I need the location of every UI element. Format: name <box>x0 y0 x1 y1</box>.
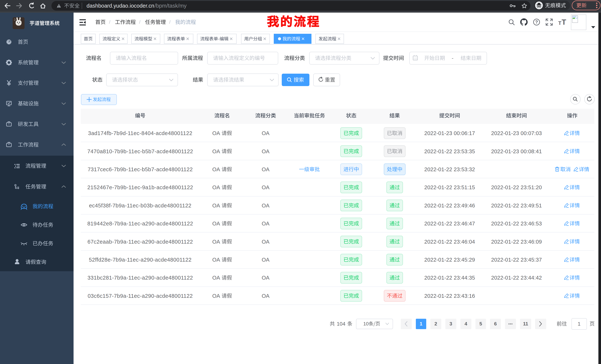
svg-text:ec45f38f-7b9a-11ec-b03b-acde48: ec45f38f-7b9a-11ec-b03b-acde48001122 <box>89 203 191 209</box>
svg-text:/bpm/task/my: /bpm/task/my <box>155 3 187 9</box>
svg-text:OA: OA <box>262 220 270 227</box>
svg-text:2022-01-22 23:46:47: 2022-01-22 23:46:47 <box>424 220 475 227</box>
svg-text:2022-01-22 23:53:35: 2022-01-22 23:53:35 <box>424 148 475 154</box>
svg-text:OA: OA <box>262 239 270 245</box>
svg-text:OA: OA <box>212 184 220 190</box>
svg-text:OA: OA <box>212 293 220 299</box>
svg-text:3: 3 <box>450 321 452 326</box>
svg-text:6: 6 <box>494 321 497 326</box>
svg-text:OA: OA <box>212 257 220 263</box>
svg-text:OA: OA <box>262 275 270 281</box>
svg-text:/: / <box>109 19 110 25</box>
svg-text:2022-01-22 23:53:32: 2022-01-22 23:53:32 <box>424 166 475 172</box>
svg-text:11: 11 <box>523 321 528 326</box>
svg-text:104: 104 <box>337 321 345 327</box>
svg-text:2022-01-22 23:49:51: 2022-01-22 23:49:51 <box>491 203 542 209</box>
svg-text:2022-01-22 23:46:53: 2022-01-22 23:46:53 <box>491 220 542 227</box>
svg-text:2022-01-22 23:45:37: 2022-01-22 23:45:37 <box>491 257 542 263</box>
svg-text:OA: OA <box>262 184 270 190</box>
svg-text:OA: OA <box>212 148 220 154</box>
svg-text:67c2eaab-7b9a-11ec-a290-acde48: 67c2eaab-7b9a-11ec-a290-acde48001122 <box>88 239 193 245</box>
svg-text:/: / <box>139 19 140 25</box>
svg-text:03c6c157-7b9a-11ec-a290-acde48: 03c6c157-7b9a-11ec-a290-acde48001122 <box>88 293 193 299</box>
svg-text:2022-01-22 23:44:35: 2022-01-22 23:44:35 <box>424 275 475 281</box>
svg-text:OA: OA <box>212 130 220 136</box>
svg-text:OA: OA <box>212 275 220 281</box>
svg-text:OA: OA <box>262 130 270 136</box>
svg-text:2022-01-22 23:44:42: 2022-01-22 23:44:42 <box>491 275 542 281</box>
svg-text:2022-01-22 23:51:15: 2022-01-22 23:51:15 <box>424 184 475 190</box>
svg-text:2: 2 <box>434 321 437 326</box>
svg-text:2022-01-23 00:07:03: 2022-01-23 00:07:03 <box>491 130 542 136</box>
svg-text:OA: OA <box>262 257 270 263</box>
svg-text:5: 5 <box>479 321 482 326</box>
svg-text:7317cec6-7b9b-11ec-b5b7-acde48: 7317cec6-7b9b-11ec-b5b7-acde48001122 <box>88 166 193 172</box>
svg-text:4: 4 <box>464 321 467 326</box>
svg-text:OA: OA <box>262 293 270 299</box>
svg-text:2022-01-23 00:08:41: 2022-01-23 00:08:41 <box>491 148 542 154</box>
svg-text:OA: OA <box>262 166 270 172</box>
svg-text:OA: OA <box>212 239 220 245</box>
svg-text:10: 10 <box>363 321 369 326</box>
svg-text:?: ? <box>535 19 538 25</box>
svg-text:2022-01-22 23:51:20: 2022-01-22 23:51:20 <box>491 184 542 190</box>
svg-text:7470a810-7b9b-11ec-b5b7-acde48: 7470a810-7b9b-11ec-b5b7-acde48001122 <box>87 148 193 154</box>
svg-text:/: / <box>169 19 171 25</box>
svg-text:T: T <box>562 18 566 26</box>
svg-text:2152467e-7b9b-11ec-9a1b-acde48: 2152467e-7b9b-11ec-9a1b-acde48001122 <box>87 184 193 190</box>
svg-text:OA: OA <box>212 220 220 227</box>
svg-text:52ffd28e-7b9a-11ec-a290-acde48: 52ffd28e-7b9a-11ec-a290-acde48001122 <box>89 257 192 263</box>
svg-text:OA: OA <box>262 148 270 154</box>
svg-text:1: 1 <box>578 321 581 327</box>
svg-text:dashboard.yudao.iocoder.cn: dashboard.yudao.iocoder.cn <box>87 3 154 9</box>
svg-text:T: T <box>558 20 561 26</box>
svg-text:2022-01-22 23:46:04: 2022-01-22 23:46:04 <box>424 239 475 245</box>
svg-text:3ad174fb-7b9d-11ec-8404-acde48: 3ad174fb-7b9d-11ec-8404-acde48001122 <box>88 130 192 136</box>
svg-text:2022-01-22 23:43:16: 2022-01-22 23:43:16 <box>424 293 475 299</box>
svg-text:OA: OA <box>212 166 220 172</box>
svg-text:OA: OA <box>212 203 220 209</box>
svg-text:2022-01-22 23:49:46: 2022-01-22 23:49:46 <box>424 203 475 209</box>
svg-text:2022-01-22 23:45:29: 2022-01-22 23:45:29 <box>424 257 475 263</box>
svg-text:2022-01-22 23:46:09: 2022-01-22 23:46:09 <box>491 239 542 245</box>
svg-text:819442e8-7b9a-11ec-a290-acde48: 819442e8-7b9a-11ec-a290-acde48001122 <box>87 220 193 227</box>
svg-text:OA: OA <box>262 203 270 209</box>
svg-text:331bc281-7b9a-11ec-a290-acde48: 331bc281-7b9a-11ec-a290-acde48001122 <box>88 275 193 281</box>
svg-text:1: 1 <box>420 321 422 326</box>
svg-text:2022-01-23 00:06:17: 2022-01-23 00:06:17 <box>424 130 475 136</box>
